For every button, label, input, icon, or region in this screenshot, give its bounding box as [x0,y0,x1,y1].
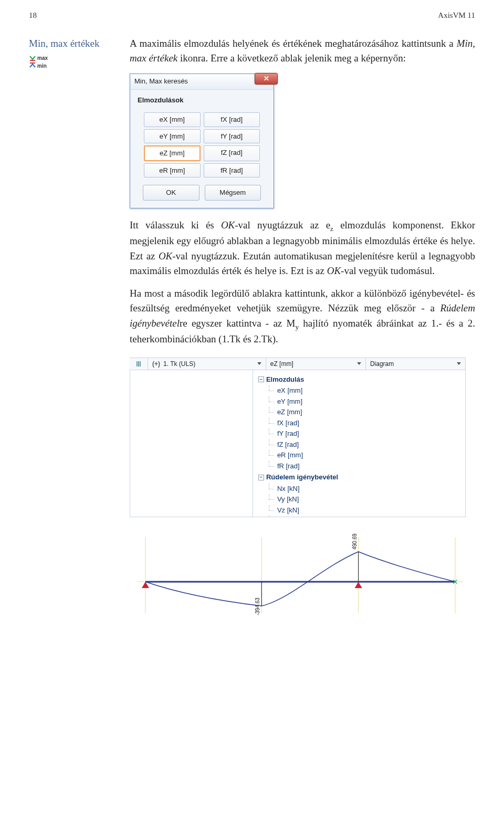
max-icon-label: max [37,54,48,62]
tree-item[interactable]: fR [rad] [269,461,461,472]
tree-item[interactable]: fX [rad] [269,418,461,428]
moment-diagram: ✕490.69-394.63 [130,532,466,621]
toolbar-columns-icon[interactable] [130,358,148,370]
up-arrow-icon [29,62,36,69]
quantity-cell[interactable]: fZ [rad] [204,145,260,161]
close-button[interactable]: ✕ [255,73,278,85]
ok-button[interactable]: OK [143,185,200,201]
tree-item[interactable]: fY [rad] [269,428,461,439]
plus-icon: (+) [152,359,160,369]
svg-marker-11 [355,582,362,588]
close-icon: ✕ [264,74,269,84]
tree-item[interactable]: eY [mm] [269,396,461,407]
dialog-subtitle: Elmozdulások [138,95,266,106]
down-arrow-icon [29,55,36,61]
chevron-down-icon [357,362,361,365]
tree-group-beam-forces[interactable]: − Rúdelem igénybevétel [258,472,461,483]
svg-text:✕: ✕ [452,578,458,586]
tree-item[interactable]: Tx [kNm] [269,516,461,517]
min-icon-label: min [37,62,47,70]
tree-item[interactable]: eZ [mm] [269,407,461,417]
quantity-cell[interactable]: fY [rad] [204,129,260,144]
page-number: 18 [29,9,37,22]
tree-item[interactable]: eR [mm] [269,450,461,460]
tree-group-displacement[interactable]: − Elmozdulás [258,374,461,385]
cancel-button[interactable]: Mégsem [205,185,261,201]
chevron-down-icon [457,362,461,365]
tree-item[interactable]: Vz [kN] [269,505,461,516]
tree-item[interactable]: eX [mm] [269,385,461,396]
result-toolbar-figure: (+) 1. Tk (ULS) eZ [mm] Diagram [130,358,466,517]
collapse-icon[interactable]: − [258,376,264,382]
paragraph-1: A maximális elmozdulás helyének és érték… [130,36,475,66]
quantity-cell[interactable]: eY [mm] [144,129,201,144]
display-mode-select[interactable]: Diagram [366,358,466,370]
chevron-down-icon [257,362,261,365]
paragraph-3: Ha most a második legördülő ablakra katt… [130,286,475,347]
tree-item[interactable]: Vy [kN] [269,494,461,505]
load-combination-select[interactable]: (+) 1. Tk (ULS) [148,358,266,370]
quantity-cell[interactable]: eZ [mm] [144,145,201,161]
svg-text:-394.63: -394.63 [255,598,260,615]
minmax-icon-group: max min [29,54,118,69]
paragraph-2: Itt válasszuk ki és OK-val nyugtázzuk az… [130,218,475,279]
dialog-title: Min, Max keresés [134,76,188,87]
side-heading: Min, max értékek [29,36,118,51]
tree-item[interactable]: Nx [kN] [269,484,461,494]
collapse-icon[interactable]: − [258,475,264,480]
app-name: AxisVM 11 [438,9,475,22]
tree-item[interactable]: fZ [rad] [269,439,461,450]
quantity-cell[interactable]: eX [mm] [144,112,201,127]
svg-text:490.69: 490.69 [352,533,358,550]
quantity-cell[interactable]: fX [rad] [204,112,260,127]
quantity-select[interactable]: eZ [mm] [266,358,366,370]
quantity-tree[interactable]: − Elmozdulás eX [mm]eY [mm]eZ [mm]fX [ra… [257,374,461,517]
quantity-cell[interactable]: eR [mm] [144,163,201,178]
quantity-cell[interactable]: fR [rad] [204,163,260,178]
minmax-dialog: Min, Max keresés ✕ Elmozdulások eX [mm]f… [130,74,274,208]
